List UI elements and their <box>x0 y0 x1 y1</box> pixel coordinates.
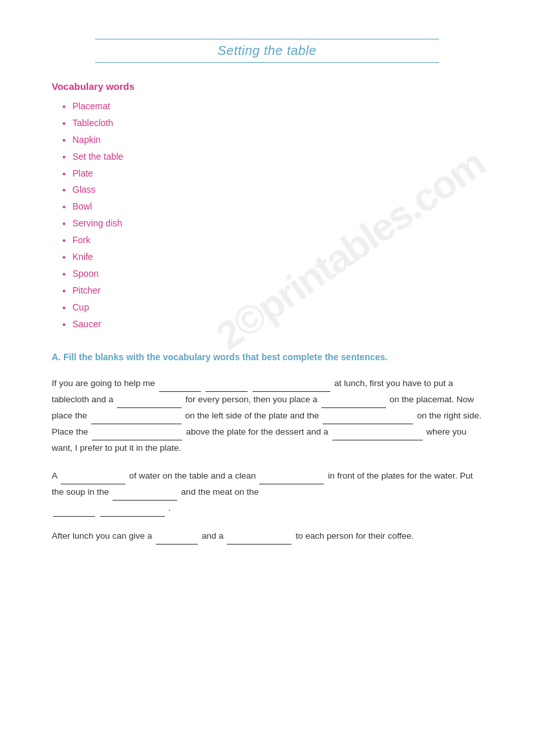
blank-1[interactable] <box>159 383 201 392</box>
section-a-heading: A. Fill the blanks with the vocabulary w… <box>52 351 482 364</box>
vocab-item: Tablecloth <box>72 115 482 132</box>
vocab-item: Fork <box>72 232 482 249</box>
blank-11[interactable] <box>259 475 324 484</box>
p1-text5: on the left side of the plate and the <box>185 411 319 420</box>
paragraph-2: A of water on the table and a clean in f… <box>52 468 482 517</box>
paragraph-3: After lunch you can give a and a to each… <box>52 528 482 545</box>
p1-text3: for every person, then you place a <box>186 394 317 404</box>
vocabulary-list: PlacematTableclothNapkinSet the tablePla… <box>52 98 482 332</box>
p1-text7: above the plate for the dessert and a <box>186 427 328 437</box>
vocab-item: Cup <box>72 299 482 316</box>
vocab-item: Pitcher <box>72 283 482 299</box>
p3-text3: to each person for their coffee. <box>295 531 414 541</box>
blank-9[interactable] <box>332 431 423 440</box>
vocab-item: Napkin <box>72 132 482 149</box>
header-line-bottom <box>95 62 440 63</box>
vocab-item: Plate <box>72 166 482 182</box>
vocab-item: Serving dish <box>72 215 482 232</box>
blank-15[interactable] <box>156 535 198 545</box>
header-line-top <box>95 39 440 39</box>
vocab-item: Bowl <box>72 199 482 215</box>
blank-14[interactable] <box>100 508 165 517</box>
p2-period: . <box>169 503 171 513</box>
blank-16[interactable] <box>227 535 292 545</box>
vocab-item: Spoon <box>72 266 482 283</box>
vocab-item: Knife <box>72 249 482 266</box>
blank-5[interactable] <box>321 399 386 408</box>
p3-text1: After lunch you can give a <box>52 531 152 541</box>
vocab-item: Saucer <box>72 316 482 333</box>
blank-8[interactable] <box>92 431 182 440</box>
vocab-item: Placemat <box>72 98 482 115</box>
blank-10[interactable] <box>61 475 125 484</box>
p1-text1: If you are going to help me <box>52 378 155 388</box>
p2-text2: of water on the table and a clean <box>129 471 256 481</box>
blank-12[interactable] <box>112 491 177 501</box>
vocab-item: Set the table <box>72 149 482 166</box>
blank-6[interactable] <box>91 415 182 424</box>
paragraph-1: If you are going to help me at lunch, fi… <box>52 376 482 457</box>
blank-4[interactable] <box>117 399 182 408</box>
p2-text4: and the meat on the <box>181 487 259 497</box>
vocab-item: Glass <box>72 182 482 199</box>
blank-2[interactable] <box>206 383 248 392</box>
p3-text2: and a <box>202 531 224 541</box>
vocabulary-heading: Vocabulary words <box>52 81 482 92</box>
header-area: Setting the table <box>52 39 482 63</box>
p2-text1: A <box>52 471 57 481</box>
fill-blank-section: If you are going to help me at lunch, fi… <box>52 376 482 545</box>
blank-3[interactable] <box>253 383 330 392</box>
page-title: Setting the table <box>52 43 482 58</box>
blank-7[interactable] <box>323 415 413 424</box>
blank-13[interactable] <box>53 508 95 517</box>
